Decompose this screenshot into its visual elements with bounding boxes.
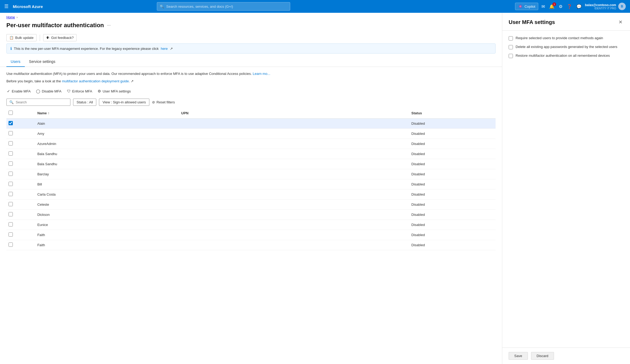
table-row[interactable]: FaithDisabled — [6, 230, 496, 240]
table-row[interactable]: BillDisabled — [6, 179, 496, 189]
discard-button[interactable]: Discard — [531, 352, 554, 360]
table-row[interactable]: EuniceDisabled — [6, 220, 496, 230]
panel-option: Require selected users to provide contac… — [509, 36, 624, 41]
panel-option-label-1[interactable]: Delete all existing app passwords genera… — [516, 45, 617, 49]
table-row[interactable]: Carla CostaDisabled — [6, 189, 496, 200]
panel-option-checkbox-0[interactable] — [509, 36, 513, 41]
table-row[interactable]: AzureAdminDisabled — [6, 139, 496, 149]
row-upn — [179, 179, 409, 189]
row-checkbox[interactable] — [9, 242, 13, 247]
row-checkbox[interactable] — [9, 182, 13, 186]
name-column-header[interactable]: Name ↑ — [35, 108, 179, 119]
tab-service-settings[interactable]: Service settings — [25, 57, 60, 67]
right-panel: User MFA settings ✕ Require selected use… — [502, 13, 630, 364]
user-mfa-settings-button[interactable]: ⚙ User MFA settings — [97, 88, 131, 94]
row-checkbox[interactable] — [9, 202, 13, 206]
page-options-icon[interactable]: ··· — [107, 23, 111, 28]
disable-mfa-label: Disable MFA — [42, 89, 62, 93]
global-search-box[interactable]: 🔍 — [157, 2, 290, 11]
toolbar-divider — [40, 35, 40, 41]
row-checkbox[interactable] — [9, 172, 13, 176]
row-checkbox[interactable] — [9, 232, 13, 237]
row-status: Disabled — [409, 139, 496, 149]
feedback-button[interactable]: 🗣 Got feedback? — [43, 34, 77, 41]
row-checkbox[interactable] — [9, 141, 13, 145]
breadcrumb-home[interactable]: Home — [6, 15, 15, 19]
row-checkbox[interactable] — [9, 131, 13, 135]
global-search-input[interactable] — [166, 5, 287, 9]
row-upn — [179, 200, 409, 210]
save-button[interactable]: Save — [509, 352, 528, 360]
row-name: Carla Costa — [35, 189, 179, 200]
deployment-guide-link[interactable]: multifactor authentication deployment gu… — [62, 79, 130, 83]
table-row[interactable]: FaithDisabled — [6, 240, 496, 250]
enforce-mfa-button[interactable]: 🛡 Enforce MFA — [66, 88, 93, 94]
reset-filters-label: Reset filters — [157, 100, 175, 104]
view-filter-button[interactable]: View : Sign-in allowed users — [99, 99, 149, 106]
panel-option-label-2[interactable]: Restore multifactor authentication on al… — [516, 54, 610, 58]
panel-option-label-0[interactable]: Require selected users to provide contac… — [516, 36, 603, 40]
row-name: Amy — [35, 129, 179, 139]
panel-title: User MFA settings — [509, 19, 555, 25]
panel-option-checkbox-1[interactable] — [509, 45, 513, 49]
menu-icon[interactable]: ☰ — [4, 3, 9, 9]
tabs: Users Service settings — [0, 57, 502, 67]
row-status: Disabled — [409, 210, 496, 220]
table-row[interactable]: BarclayDisabled — [6, 169, 496, 179]
avatar: B — [618, 3, 626, 10]
enable-mfa-label: Enable MFA — [12, 89, 31, 93]
row-status: Disabled — [409, 189, 496, 200]
copilot-button[interactable]: Copilot — [515, 3, 538, 10]
mail-icon[interactable]: ✉ — [540, 3, 546, 10]
info-banner: ℹ This is the new per-user MFA managemen… — [6, 43, 496, 54]
panel-close-button[interactable]: ✕ — [617, 18, 624, 26]
table-row[interactable]: Bala SandhuDisabled — [6, 159, 496, 169]
search-icon: 🔍 — [9, 100, 14, 104]
feedback-icon[interactable]: 💬 — [575, 3, 583, 10]
row-checkbox[interactable] — [9, 161, 13, 166]
tab-users[interactable]: Users — [6, 57, 25, 67]
external-link-icon: ↗ — [170, 47, 173, 51]
reset-filters-button[interactable]: ⊘ Reset filters — [152, 100, 175, 104]
toolbar: 📋 Bulk update 🗣 Got feedback? — [0, 32, 502, 43]
enable-mfa-button[interactable]: ✓ Enable MFA — [6, 88, 31, 94]
description-line1: Use multifactor authentication (MFA) to … — [6, 71, 496, 76]
notifications-icon[interactable]: 🔔 1 — [548, 3, 556, 10]
table-row[interactable]: AmyDisabled — [6, 129, 496, 139]
topbar: ☰ Microsoft Azure 🔍 Copilot ✉ 🔔 1 ⚙ ❓ 💬 … — [0, 0, 630, 13]
table-row[interactable]: AlainDisabled — [6, 119, 496, 129]
row-upn — [179, 230, 409, 240]
row-upn — [179, 149, 409, 159]
row-checkbox[interactable] — [9, 192, 13, 196]
table-row[interactable]: Bala SandhuDisabled — [6, 149, 496, 159]
search-box[interactable]: 🔍 — [6, 99, 70, 106]
row-status: Disabled — [409, 220, 496, 230]
disable-mfa-button[interactable]: ◯ Disable MFA — [35, 88, 62, 94]
row-name: Alain — [35, 119, 179, 129]
table-row[interactable]: DicksonDisabled — [6, 210, 496, 220]
row-checkbox[interactable] — [9, 222, 13, 227]
panel-header: User MFA settings ✕ — [502, 13, 630, 31]
filter-icon: ⊘ — [152, 100, 155, 104]
topbar-right: Copilot ✉ 🔔 1 ⚙ ❓ 💬 balas@contoso.com ID… — [515, 3, 626, 10]
user-info[interactable]: balas@contoso.com IDENTITY IT PRO B — [585, 3, 626, 10]
panel-option-checkbox-2[interactable] — [509, 54, 513, 58]
row-checkbox[interactable] — [9, 121, 13, 125]
row-upn — [179, 129, 409, 139]
status-filter-button[interactable]: Status : All — [73, 99, 96, 106]
panel-body: Require selected users to provide contac… — [502, 31, 630, 347]
page-header: Per-user multifactor authentication ··· — [0, 21, 502, 32]
learn-more-link[interactable]: Learn mo... — [253, 72, 270, 76]
bulk-update-button[interactable]: 📋 Bulk update — [6, 34, 37, 41]
description: Use multifactor authentication (MFA) to … — [0, 67, 502, 86]
user-role: IDENTITY IT PRO — [585, 7, 616, 10]
select-all-checkbox[interactable] — [9, 111, 13, 115]
search-input[interactable] — [16, 100, 67, 104]
here-link[interactable]: here — [161, 47, 168, 51]
row-upn — [179, 210, 409, 220]
row-checkbox[interactable] — [9, 151, 13, 156]
help-icon[interactable]: ❓ — [566, 3, 573, 10]
row-checkbox[interactable] — [9, 212, 13, 216]
table-row[interactable]: CelesteDisabled — [6, 200, 496, 210]
settings-icon[interactable]: ⚙ — [558, 3, 564, 10]
